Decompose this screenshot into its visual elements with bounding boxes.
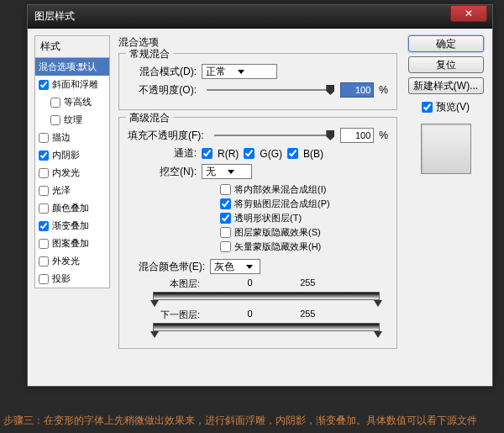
advanced-title: 高级混合 (126, 111, 173, 125)
preview-checkbox[interactable] (422, 102, 433, 113)
chevron-down-icon (228, 170, 234, 174)
opacity-input[interactable] (340, 82, 374, 98)
close-button[interactable]: ✕ (450, 5, 487, 22)
option-checkbox[interactable] (220, 241, 231, 252)
style-checkbox[interactable] (50, 115, 60, 125)
blendif-label: 混合颜色带(E): (128, 260, 205, 274)
advanced-option: 透明形状图层(T) (220, 211, 388, 225)
under-layer-band[interactable] (153, 323, 380, 331)
channel-r-checkbox[interactable] (202, 148, 213, 159)
preview-swatch (421, 124, 471, 174)
blendif-dropdown[interactable]: 灰色 (210, 259, 260, 274)
this-layer-label: 本图层: (153, 277, 200, 290)
this-layer-band[interactable] (153, 292, 380, 300)
style-checkbox[interactable] (39, 186, 49, 196)
advanced-blending-group: 高级混合 填充不透明度(F): % 通道: R(R) G(G) B(B) 挖空(… (118, 117, 397, 349)
advanced-option: 矢量蒙版隐藏效果(H) (220, 240, 388, 254)
style-item[interactable]: 内发光 (35, 164, 109, 182)
style-item[interactable]: 光泽 (35, 182, 109, 199)
slider-handle-icon[interactable] (374, 300, 382, 307)
new-style-button[interactable]: 新建样式(W)... (408, 77, 484, 94)
fill-opacity-label: 填充不透明度(F): (128, 129, 204, 143)
style-item[interactable]: 图案叠加 (35, 235, 109, 252)
style-item[interactable]: 渐变叠加 (35, 217, 109, 235)
knockout-dropdown[interactable]: 无 (202, 164, 252, 179)
opacity-label: 不透明度(O): (128, 83, 197, 98)
channel-g-checkbox[interactable] (244, 148, 255, 159)
blend-mode-dropdown[interactable]: 正常 (202, 64, 277, 79)
style-checkbox[interactable] (39, 256, 49, 267)
style-checkbox[interactable] (39, 150, 49, 161)
styles-panel-title: 样式 (34, 35, 110, 57)
style-item[interactable]: 内阴影 (35, 146, 109, 164)
window-title: 图层样式 (34, 9, 450, 24)
ok-button[interactable]: 确定 (408, 35, 484, 52)
general-blending-group: 常规混合 混合模式(D): 正常 不透明度(O): % (118, 53, 397, 110)
under-layer-label: 下一图层: (153, 309, 200, 321)
fill-opacity-input[interactable] (340, 128, 374, 143)
chevron-down-icon (238, 70, 244, 74)
slider-handle-icon[interactable] (374, 331, 382, 338)
style-checkbox[interactable] (50, 98, 60, 108)
option-checkbox[interactable] (220, 213, 231, 224)
style-item[interactable]: 斜面和浮雕 (35, 76, 109, 93)
opacity-slider[interactable] (207, 89, 330, 91)
tutorial-caption: 步骤三：在变形的字体上先稍微做出效果来，进行斜面浮雕，内阴影，渐变叠加。具体数值… (3, 414, 477, 428)
style-checkbox[interactable] (39, 80, 49, 90)
blend-mode-label: 混合模式(D): (128, 65, 197, 79)
style-checkbox[interactable] (39, 133, 49, 143)
knockout-label: 挖空(N): (128, 165, 197, 179)
channels-label: 通道: (128, 146, 197, 161)
chevron-down-icon (246, 265, 253, 269)
style-item[interactable]: 混合选项:默认 (35, 58, 109, 76)
style-item[interactable]: 颜色叠加 (35, 199, 109, 217)
style-item[interactable]: 描边 (35, 129, 109, 146)
style-item[interactable]: 外发光 (35, 252, 109, 270)
style-checkbox[interactable] (39, 221, 49, 231)
styles-list: 混合选项:默认斜面和浮雕等高线纹理描边内阴影内发光光泽颜色叠加渐变叠加图案叠加外… (34, 57, 110, 288)
style-item[interactable]: 投影 (35, 270, 109, 288)
preview-label: 预览(V) (436, 100, 470, 114)
fill-opacity-slider[interactable] (214, 135, 331, 136)
titlebar[interactable]: 图层样式 ✕ (28, 5, 492, 29)
option-checkbox[interactable] (220, 227, 231, 238)
style-checkbox[interactable] (39, 203, 49, 214)
slider-handle-icon[interactable] (150, 331, 159, 338)
style-item[interactable]: 等高线 (35, 93, 109, 111)
option-checkbox[interactable] (220, 184, 231, 195)
style-item[interactable]: 纹理 (35, 111, 109, 129)
channel-b-checkbox[interactable] (287, 148, 298, 159)
general-title: 常规混合 (126, 47, 173, 61)
style-checkbox[interactable] (39, 274, 49, 284)
style-checkbox[interactable] (39, 168, 49, 178)
layer-style-dialog: 图层样式 ✕ 样式 混合选项:默认斜面和浮雕等高线纹理描边内阴影内发光光泽颜色叠… (27, 4, 493, 387)
style-checkbox[interactable] (39, 239, 49, 249)
advanced-option: 将内部效果混合成组(I) (220, 182, 388, 197)
option-checkbox[interactable] (220, 198, 231, 209)
reset-button[interactable]: 复位 (408, 56, 484, 73)
advanced-option: 图层蒙版隐藏效果(S) (220, 225, 388, 240)
advanced-option: 将剪贴图层混合成组(P) (220, 197, 388, 211)
slider-handle-icon[interactable] (150, 300, 159, 307)
